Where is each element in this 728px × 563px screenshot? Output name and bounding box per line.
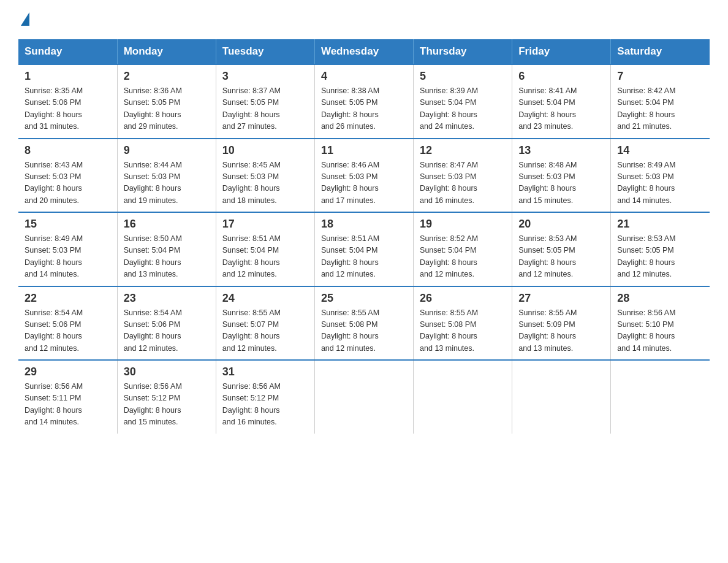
day-number: 30	[124, 366, 210, 378]
day-number: 15	[25, 218, 111, 231]
logo-triangle-icon	[21, 12, 29, 26]
calendar-cell: 17 Sunrise: 8:51 AM Sunset: 5:04 PM Dayl…	[216, 212, 314, 286]
day-info: Sunrise: 8:48 AM Sunset: 5:03 PM Dayligh…	[518, 159, 604, 207]
day-number: 31	[222, 366, 308, 378]
calendar-cell: 23 Sunrise: 8:54 AM Sunset: 5:06 PM Dayl…	[117, 286, 216, 361]
day-number: 17	[222, 218, 308, 231]
day-number: 21	[617, 218, 703, 231]
calendar-cell	[314, 360, 413, 434]
day-number: 25	[321, 292, 407, 305]
day-number: 8	[25, 144, 111, 157]
day-info: Sunrise: 8:49 AM Sunset: 5:03 PM Dayligh…	[25, 233, 111, 281]
calendar-cell: 21 Sunrise: 8:53 AM Sunset: 5:05 PM Dayl…	[611, 212, 710, 286]
day-number: 5	[420, 70, 506, 83]
day-info: Sunrise: 8:54 AM Sunset: 5:06 PM Dayligh…	[124, 307, 210, 355]
day-info: Sunrise: 8:51 AM Sunset: 5:04 PM Dayligh…	[321, 233, 407, 281]
calendar-header-wednesday: Wednesday	[314, 39, 413, 64]
calendar-cell: 3 Sunrise: 8:37 AM Sunset: 5:05 PM Dayli…	[216, 64, 314, 139]
calendar-week-row: 8 Sunrise: 8:43 AM Sunset: 5:03 PM Dayli…	[18, 139, 710, 213]
day-info: Sunrise: 8:44 AM Sunset: 5:03 PM Dayligh…	[124, 159, 210, 207]
calendar-cell: 12 Sunrise: 8:47 AM Sunset: 5:03 PM Dayl…	[414, 139, 512, 213]
day-info: Sunrise: 8:56 AM Sunset: 5:12 PM Dayligh…	[222, 381, 308, 429]
day-info: Sunrise: 8:56 AM Sunset: 5:11 PM Dayligh…	[25, 381, 111, 429]
day-number: 6	[518, 70, 604, 83]
day-number: 20	[518, 218, 604, 231]
day-number: 4	[321, 70, 407, 83]
calendar-cell	[512, 360, 611, 434]
calendar-cell: 27 Sunrise: 8:55 AM Sunset: 5:09 PM Dayl…	[512, 286, 611, 361]
calendar-cell: 4 Sunrise: 8:38 AM Sunset: 5:05 PM Dayli…	[314, 64, 413, 139]
day-number: 1	[25, 70, 111, 83]
day-number: 14	[617, 144, 703, 157]
calendar-cell: 22 Sunrise: 8:54 AM Sunset: 5:06 PM Dayl…	[18, 286, 117, 361]
day-number: 12	[420, 144, 506, 157]
day-number: 16	[124, 218, 210, 231]
day-number: 28	[617, 292, 703, 305]
calendar-table: SundayMondayTuesdayWednesdayThursdayFrid…	[18, 39, 710, 434]
calendar-header-friday: Friday	[512, 39, 611, 64]
calendar-cell: 1 Sunrise: 8:35 AM Sunset: 5:06 PM Dayli…	[18, 64, 117, 139]
calendar-cell: 11 Sunrise: 8:46 AM Sunset: 5:03 PM Dayl…	[314, 139, 413, 213]
page-header	[18, 12, 710, 27]
calendar-cell: 20 Sunrise: 8:53 AM Sunset: 5:05 PM Dayl…	[512, 212, 611, 286]
calendar-week-row: 29 Sunrise: 8:56 AM Sunset: 5:11 PM Dayl…	[18, 360, 710, 434]
calendar-cell: 24 Sunrise: 8:55 AM Sunset: 5:07 PM Dayl…	[216, 286, 314, 361]
calendar-header-sunday: Sunday	[18, 39, 117, 64]
day-number: 7	[617, 70, 703, 83]
day-info: Sunrise: 8:56 AM Sunset: 5:12 PM Dayligh…	[124, 381, 210, 429]
day-info: Sunrise: 8:54 AM Sunset: 5:06 PM Dayligh…	[25, 307, 111, 355]
calendar-cell	[611, 360, 710, 434]
calendar-cell: 16 Sunrise: 8:50 AM Sunset: 5:04 PM Dayl…	[117, 212, 216, 286]
day-info: Sunrise: 8:46 AM Sunset: 5:03 PM Dayligh…	[321, 159, 407, 207]
calendar-cell: 31 Sunrise: 8:56 AM Sunset: 5:12 PM Dayl…	[216, 360, 314, 434]
day-info: Sunrise: 8:39 AM Sunset: 5:04 PM Dayligh…	[420, 85, 506, 133]
day-info: Sunrise: 8:53 AM Sunset: 5:05 PM Dayligh…	[518, 233, 604, 281]
day-info: Sunrise: 8:42 AM Sunset: 5:04 PM Dayligh…	[617, 85, 703, 133]
day-info: Sunrise: 8:45 AM Sunset: 5:03 PM Dayligh…	[222, 159, 308, 207]
day-number: 23	[124, 292, 210, 305]
calendar-cell: 9 Sunrise: 8:44 AM Sunset: 5:03 PM Dayli…	[117, 139, 216, 213]
day-info: Sunrise: 8:52 AM Sunset: 5:04 PM Dayligh…	[420, 233, 506, 281]
day-number: 24	[222, 292, 308, 305]
calendar-cell: 2 Sunrise: 8:36 AM Sunset: 5:05 PM Dayli…	[117, 64, 216, 139]
day-info: Sunrise: 8:51 AM Sunset: 5:04 PM Dayligh…	[222, 233, 308, 281]
day-number: 10	[222, 144, 308, 157]
calendar-header-row: SundayMondayTuesdayWednesdayThursdayFrid…	[18, 39, 710, 64]
day-info: Sunrise: 8:36 AM Sunset: 5:05 PM Dayligh…	[124, 85, 210, 133]
calendar-cell: 28 Sunrise: 8:56 AM Sunset: 5:10 PM Dayl…	[611, 286, 710, 361]
day-info: Sunrise: 8:55 AM Sunset: 5:09 PM Dayligh…	[518, 307, 604, 355]
calendar-cell: 7 Sunrise: 8:42 AM Sunset: 5:04 PM Dayli…	[611, 64, 710, 139]
calendar-header-saturday: Saturday	[611, 39, 710, 64]
day-info: Sunrise: 8:55 AM Sunset: 5:08 PM Dayligh…	[420, 307, 506, 355]
day-info: Sunrise: 8:55 AM Sunset: 5:08 PM Dayligh…	[321, 307, 407, 355]
calendar-cell: 15 Sunrise: 8:49 AM Sunset: 5:03 PM Dayl…	[18, 212, 117, 286]
day-info: Sunrise: 8:38 AM Sunset: 5:05 PM Dayligh…	[321, 85, 407, 133]
day-info: Sunrise: 8:37 AM Sunset: 5:05 PM Dayligh…	[222, 85, 308, 133]
logo	[18, 12, 29, 27]
day-number: 19	[420, 218, 506, 231]
calendar-cell: 19 Sunrise: 8:52 AM Sunset: 5:04 PM Dayl…	[414, 212, 512, 286]
calendar-cell: 8 Sunrise: 8:43 AM Sunset: 5:03 PM Dayli…	[18, 139, 117, 213]
day-number: 2	[124, 70, 210, 83]
calendar-cell: 30 Sunrise: 8:56 AM Sunset: 5:12 PM Dayl…	[117, 360, 216, 434]
calendar-cell: 13 Sunrise: 8:48 AM Sunset: 5:03 PM Dayl…	[512, 139, 611, 213]
calendar-cell: 25 Sunrise: 8:55 AM Sunset: 5:08 PM Dayl…	[314, 286, 413, 361]
day-number: 3	[222, 70, 308, 83]
day-number: 29	[25, 366, 111, 378]
calendar-cell: 18 Sunrise: 8:51 AM Sunset: 5:04 PM Dayl…	[314, 212, 413, 286]
calendar-week-row: 15 Sunrise: 8:49 AM Sunset: 5:03 PM Dayl…	[18, 212, 710, 286]
day-info: Sunrise: 8:43 AM Sunset: 5:03 PM Dayligh…	[25, 159, 111, 207]
day-number: 18	[321, 218, 407, 231]
day-info: Sunrise: 8:47 AM Sunset: 5:03 PM Dayligh…	[420, 159, 506, 207]
day-info: Sunrise: 8:49 AM Sunset: 5:03 PM Dayligh…	[617, 159, 703, 207]
day-number: 22	[25, 292, 111, 305]
day-info: Sunrise: 8:35 AM Sunset: 5:06 PM Dayligh…	[25, 85, 111, 133]
day-info: Sunrise: 8:55 AM Sunset: 5:07 PM Dayligh…	[222, 307, 308, 355]
calendar-header-tuesday: Tuesday	[216, 39, 314, 64]
day-number: 13	[518, 144, 604, 157]
calendar-header-thursday: Thursday	[414, 39, 512, 64]
calendar-cell: 6 Sunrise: 8:41 AM Sunset: 5:04 PM Dayli…	[512, 64, 611, 139]
calendar-header-monday: Monday	[117, 39, 216, 64]
calendar-cell: 5 Sunrise: 8:39 AM Sunset: 5:04 PM Dayli…	[414, 64, 512, 139]
day-info: Sunrise: 8:41 AM Sunset: 5:04 PM Dayligh…	[518, 85, 604, 133]
